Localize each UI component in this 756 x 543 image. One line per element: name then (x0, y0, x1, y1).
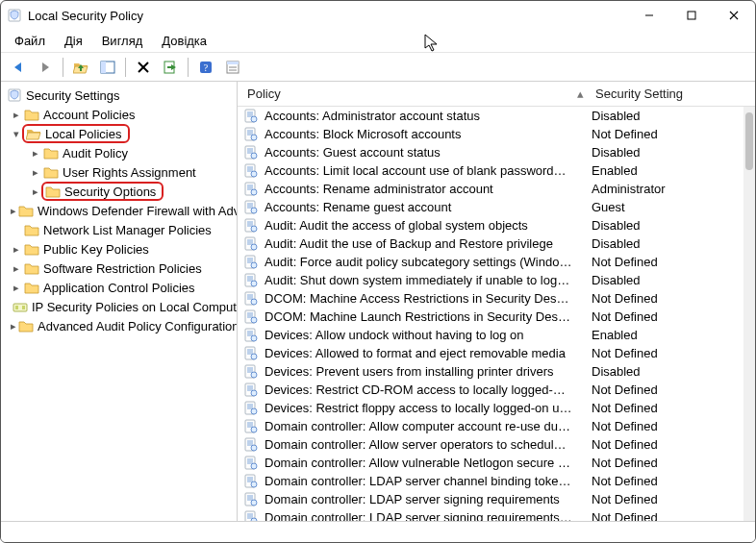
delete-button[interactable] (132, 56, 155, 79)
menu-help[interactable]: Довідка (154, 32, 214, 50)
chevron-right-icon[interactable]: ▸ (11, 243, 22, 256)
tree-root[interactable]: Security Settings (1, 86, 237, 105)
tree-ip-security[interactable]: IP Security Policies on Local Computer (1, 297, 237, 316)
menu-view[interactable]: Вигляд (94, 32, 151, 50)
policy-icon (243, 401, 259, 416)
tree-label: Account Policies (43, 108, 135, 122)
list-item[interactable]: DCOM: Machine Launch Restrictions in Sec… (238, 308, 755, 326)
tree-label: Security Settings (26, 88, 120, 103)
maximize-button[interactable] (670, 1, 713, 30)
policy-name: Domain controller: Allow vulnerable Netl… (265, 456, 572, 470)
list-item[interactable]: Domain controller: Allow server operator… (238, 435, 755, 454)
tree-pane[interactable]: Security Settings ▸ Account Policies ▾ L… (1, 82, 238, 521)
policy-icon (243, 474, 259, 489)
list-item[interactable]: Accounts: Block Microsoft accountsNot De… (238, 125, 755, 143)
chevron-right-icon[interactable]: ▸ (30, 147, 41, 160)
chevron-right-icon[interactable]: ▸ (11, 205, 16, 217)
list-item[interactable]: Accounts: Rename guest accountGuest (238, 198, 755, 216)
tree-network-list-manager[interactable]: Network List Manager Policies (1, 220, 237, 239)
nav-back-button[interactable] (7, 56, 30, 79)
list-item[interactable]: Devices: Allowed to format and eject rem… (238, 344, 755, 362)
close-button[interactable] (713, 1, 755, 30)
list-item[interactable]: Devices: Restrict CD-ROM access to local… (238, 381, 755, 399)
export-list-button[interactable] (159, 56, 182, 79)
sort-asc-icon[interactable]: ▴ (570, 86, 590, 101)
scrollbar-thumb[interactable] (745, 112, 753, 170)
policy-setting: Not Defined (572, 419, 658, 433)
list-item[interactable]: Domain controller: Allow vulnerable Netl… (238, 454, 755, 472)
tree-label: IP Security Policies on Local Computer (32, 300, 238, 314)
list-item[interactable]: DCOM: Machine Access Restrictions in Sec… (238, 289, 755, 308)
tree-label: Application Control Policies (43, 281, 195, 295)
properties-button[interactable] (221, 56, 244, 79)
policy-setting: Not Defined (572, 492, 658, 506)
policy-setting: Not Defined (572, 255, 658, 269)
tree-security-options[interactable]: ▸ Security Options (1, 182, 237, 201)
policy-icon (243, 492, 259, 507)
policy-name: DCOM: Machine Access Restrictions in Sec… (265, 291, 572, 306)
tree-user-rights[interactable]: ▸ User Rights Assignment (1, 162, 237, 182)
policy-icon (243, 291, 259, 307)
ipsec-icon (13, 299, 28, 314)
list-item[interactable]: Accounts: Guest account statusDisabled (238, 143, 755, 161)
policy-setting: Disabled (572, 364, 641, 379)
list-item[interactable]: Accounts: Rename administrator accountAd… (238, 180, 755, 198)
tree-label: Windows Defender Firewall with Advanced … (38, 204, 238, 218)
tree-local-policies[interactable]: ▾ Local Policies (1, 124, 237, 143)
policy-name: Domain controller: LDAP server signing r… (265, 510, 572, 521)
tree-advanced-audit[interactable]: ▸ Advanced Audit Policy Configuration (1, 316, 237, 335)
policy-name: Accounts: Administrator account status (265, 109, 572, 123)
menu-action[interactable]: Дія (57, 32, 90, 50)
list-item[interactable]: Accounts: Administrator account statusDi… (238, 107, 755, 125)
chevron-down-icon[interactable]: ▾ (11, 128, 22, 140)
list-item[interactable]: Domain controller: LDAP server channel b… (238, 472, 755, 490)
list-item[interactable]: Domain controller: LDAP server signing r… (238, 490, 755, 508)
list-item[interactable]: Audit: Shut down system immediately if u… (238, 271, 755, 289)
list-item[interactable]: Domain controller: LDAP server signing r… (238, 508, 755, 521)
list-item[interactable]: Devices: Allow undock without having to … (238, 326, 755, 344)
list-item[interactable]: Accounts: Limit local account use of bla… (238, 161, 755, 180)
tree-audit-policy[interactable]: ▸ Audit Policy (1, 143, 237, 162)
policy-name: Audit: Audit the access of global system… (265, 218, 572, 233)
folder-icon (43, 164, 59, 180)
tree-application-control[interactable]: ▸ Application Control Policies (1, 278, 237, 297)
list-item[interactable]: Devices: Restrict floppy access to local… (238, 399, 755, 417)
column-header-policy[interactable]: Policy (238, 86, 570, 101)
tree-public-key-policies[interactable]: ▸ Public Key Policies (1, 239, 237, 259)
nav-forward-button[interactable] (34, 56, 57, 79)
vertical-scrollbar[interactable] (743, 107, 755, 521)
chevron-right-icon[interactable]: ▸ (11, 320, 16, 333)
folder-icon (24, 260, 39, 276)
column-header-setting[interactable]: Security Setting (590, 86, 755, 101)
chevron-right-icon[interactable]: ▸ (30, 166, 41, 179)
minimize-button[interactable] (628, 1, 670, 30)
folder-icon (18, 318, 34, 333)
help-button[interactable]: ? (194, 56, 217, 79)
policy-setting: Enabled (572, 328, 638, 342)
list-header: Policy ▴ Security Setting (238, 82, 755, 107)
chevron-right-icon[interactable]: ▸ (11, 109, 22, 121)
policy-setting: Disabled (572, 273, 641, 287)
list-item[interactable]: Audit: Force audit policy subcategory se… (238, 253, 755, 271)
tree-label: Software Restriction Policies (43, 261, 202, 276)
policy-setting: Disabled (572, 145, 641, 160)
show-hide-tree-button[interactable] (96, 56, 119, 79)
chevron-right-icon[interactable]: ▸ (30, 185, 41, 198)
policy-name: Accounts: Rename administrator account (265, 182, 572, 196)
menu-file[interactable]: Файл (7, 32, 53, 50)
tree-software-restriction[interactable]: ▸ Software Restriction Policies (1, 259, 237, 278)
list-item[interactable]: Audit: Audit the use of Backup and Resto… (238, 234, 755, 253)
up-folder-button[interactable] (69, 56, 92, 79)
chevron-right-icon[interactable]: ▸ (11, 262, 22, 275)
policy-name: Devices: Allow undock without having to … (265, 328, 572, 342)
tree-windows-defender-firewall[interactable]: ▸ Windows Defender Firewall with Advance… (1, 201, 237, 220)
tree-account-policies[interactable]: ▸ Account Policies (1, 105, 237, 124)
list-item[interactable]: Audit: Audit the access of global system… (238, 216, 755, 234)
toolbar: ? (1, 53, 755, 82)
chevron-right-icon[interactable]: ▸ (11, 282, 22, 294)
policy-name: DCOM: Machine Launch Restrictions in Sec… (265, 309, 572, 324)
policy-icon (243, 255, 259, 270)
window-title: Local Security Policy (28, 9, 628, 23)
list-item[interactable]: Devices: Prevent users from installing p… (238, 362, 755, 381)
list-item[interactable]: Domain controller: Allow computer accoun… (238, 417, 755, 435)
